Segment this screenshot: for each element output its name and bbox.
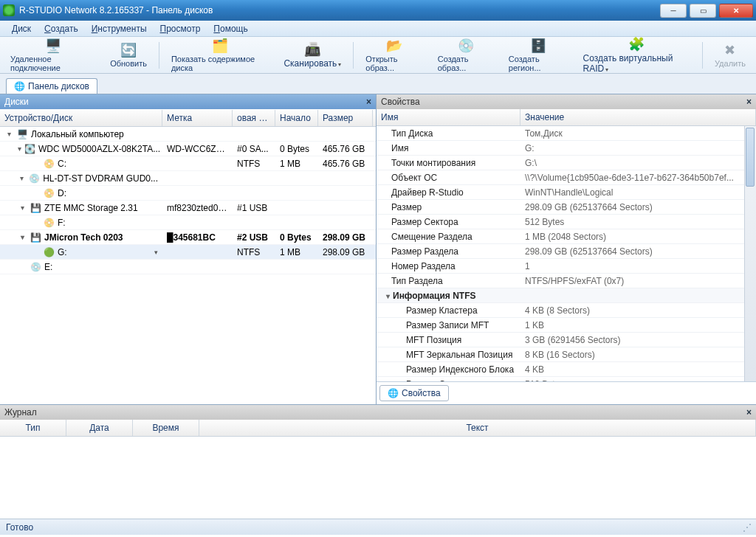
col-type[interactable]: Тип (0, 420, 66, 436)
subtab-properties[interactable]: 🌐 Свойства (379, 385, 449, 401)
vol-icon: 📀 (43, 188, 55, 198)
property-value: 8 KB (16 Sectors) (520, 350, 756, 360)
property-value: 512 Bytes (520, 217, 756, 227)
property-row[interactable]: Номер Раздела1 (377, 259, 756, 274)
subtab-label: Свойства (402, 388, 441, 398)
property-row[interactable]: Размер Раздела298.09 GB (625137664 Secto… (377, 244, 756, 259)
close-pane-icon[interactable]: × (366, 97, 371, 107)
app-icon (3, 4, 15, 16)
menu-view[interactable]: Просмотр (154, 22, 207, 35)
table-row[interactable]: 📀D: (0, 186, 376, 201)
close-pane-icon[interactable]: × (746, 407, 752, 418)
scrollbar[interactable] (744, 126, 756, 381)
minimize-button[interactable]: ─ (660, 4, 687, 18)
table-row[interactable]: 🟢G:▾NTFS1 MB298.09 GB (0, 245, 376, 260)
expander-icon[interactable]: ▾ (18, 204, 27, 212)
property-name: Объект ОС (377, 173, 520, 183)
col-time[interactable]: Время (133, 420, 199, 436)
tb-remote-connect[interactable]: 🖥️Удаленное подключение (4, 36, 101, 74)
table-row[interactable]: 📀C:NTFS1 MB465.76 GB (0, 156, 376, 171)
col-os[interactable]: овая сис (233, 110, 275, 126)
table-row[interactable]: ▾💿HL-DT-ST DVDRAM GUD0... (0, 171, 376, 186)
property-name: MFT Зеркальная Позиция (377, 350, 520, 360)
col-start[interactable]: Начало (275, 110, 318, 126)
cell-label: WD-WCC6Z4JS... (162, 144, 233, 154)
property-name: Тип Диска (377, 128, 520, 139)
menu-help[interactable]: Помощь (207, 22, 253, 35)
folder-open-icon: 📂 (384, 38, 405, 54)
table-row[interactable]: ▾🖥️Локальный компьютер (0, 127, 376, 142)
col-value[interactable]: Значение (520, 109, 756, 125)
globe-icon: 🌐 (388, 388, 398, 398)
property-row[interactable]: Тип РазделаNTFS/HPFS/exFAT (0x7) (377, 274, 756, 288)
property-row[interactable]: Драйвер R-StudioWinNT\Handle\Logical (377, 185, 756, 200)
tb-show-contents[interactable]: 🗂️Показать содержимое диска (165, 36, 275, 74)
property-row[interactable]: Размер Индексного Блока4 KB (377, 362, 756, 377)
pc-icon: 🖥️ (16, 129, 28, 139)
col-device[interactable]: Устройство/Диск (0, 110, 162, 126)
property-row[interactable]: Размер Сектора512 Bytes (377, 215, 756, 229)
tb-scan[interactable]: 📠Сканировать▾ (278, 40, 347, 70)
table-row[interactable]: 💿E: (0, 260, 376, 274)
menu-tools[interactable]: Инструменты (86, 22, 153, 35)
col-size[interactable]: Размер (318, 110, 373, 126)
disks-tree[interactable]: ▾🖥️Локальный компьютер▾💽WDC WD5000AZLX-0… (0, 127, 376, 404)
property-row[interactable]: Размер298.09 GB (625137664 Sectors) (377, 200, 756, 215)
tab-disk-panel[interactable]: 🌐 Панель дисков (6, 78, 97, 94)
property-row[interactable]: Смещение Раздела1 MB (2048 Sectors) (377, 229, 756, 244)
property-row[interactable]: Объект ОС\\?\Volume{1cb950ae-6de3-11e7-b… (377, 170, 756, 185)
properties-columns: Имя Значение (377, 109, 756, 126)
property-row[interactable]: Размер Сектора512 Bytes (377, 377, 756, 381)
menu-create[interactable]: Создать (38, 22, 84, 35)
maximize-button[interactable]: ▭ (690, 4, 716, 18)
property-row[interactable]: Размер Записи MFT1 KB (377, 318, 756, 333)
property-value: 4 KB (520, 364, 756, 375)
col-name[interactable]: Имя (377, 109, 520, 125)
expander-icon[interactable]: ▾ (18, 145, 21, 153)
properties-list[interactable]: Тип ДискаТом,ДискИмяG:Точки монтирования… (377, 126, 756, 381)
chevron-down-icon[interactable]: ▾ (154, 249, 158, 256)
tb-open-image[interactable]: 📂Открыть образ... (360, 36, 428, 74)
close-button[interactable]: ✕ (719, 4, 753, 18)
device-cell: 📀F: (0, 218, 162, 228)
tb-create-region[interactable]: 🗄️Создать регион... (503, 36, 574, 74)
tb-refresh[interactable]: 🔄Обновить (104, 41, 153, 69)
volg-icon: 🟢 (43, 247, 55, 257)
device-name: Локальный компьютер (31, 129, 124, 139)
menu-disk[interactable]: Диск (6, 22, 37, 35)
property-row[interactable]: MFT Позиция3 GB (6291456 Sectors) (377, 333, 756, 347)
hdd-icon: 💽 (24, 144, 35, 154)
col-label[interactable]: Метка (162, 110, 233, 126)
property-row[interactable]: Размер Кластера4 KB (8 Sectors)▾ (377, 303, 756, 318)
cell-size: 465.76 GB (318, 159, 373, 169)
expander-icon[interactable]: ▾ (18, 233, 27, 241)
table-row[interactable]: ▾💽WDC WD5000AZLX-08K2TA...WD-WCC6Z4JS...… (0, 142, 376, 156)
property-value: 512 Bytes (520, 379, 756, 382)
property-row[interactable]: Тип ДискаТом,Диск (377, 126, 756, 141)
refresh-icon: 🔄 (118, 42, 139, 58)
expander-icon[interactable]: ▾ (4, 130, 13, 138)
tb-create-image[interactable]: 💿Создать образ... (432, 36, 500, 74)
table-row[interactable]: ▾💾JMicron Tech 0203█345681BC#2 USB0 Byte… (0, 230, 376, 245)
resize-grip-icon[interactable]: ⋰ (743, 522, 750, 533)
cell-start: 1 MB (275, 247, 318, 257)
col-date[interactable]: Дата (66, 420, 133, 436)
col-text[interactable]: Текст (199, 420, 756, 436)
close-pane-icon[interactable]: × (746, 97, 752, 107)
cell-label: mf8230zted0100... (162, 203, 233, 213)
property-row[interactable]: ИмяG: (377, 141, 756, 156)
log-body[interactable] (0, 437, 756, 519)
expander-icon[interactable]: ▾ (18, 174, 26, 182)
property-name: MFT Позиция (377, 335, 520, 345)
property-row[interactable]: Точки монтированияG:\ (377, 156, 756, 170)
property-section[interactable]: ▾Информация NTFS (377, 288, 756, 303)
property-row[interactable]: MFT Зеркальная Позиция8 KB (16 Sectors) (377, 347, 756, 362)
device-cell: 📀C: (0, 159, 162, 169)
cell-size: 298.09 GB (318, 247, 373, 257)
expander-icon[interactable]: ▾ (384, 292, 391, 300)
scrollbar-thumb[interactable] (746, 128, 755, 187)
tb-create-vraid[interactable]: 🧩Создать виртуальный RAID▾ (577, 35, 697, 75)
table-row[interactable]: 📀F: (0, 215, 376, 230)
table-row[interactable]: ▾💾ZTE MMC Storage 2.31mf8230zted0100...#… (0, 201, 376, 215)
property-value: 1 MB (2048 Sectors) (520, 232, 756, 242)
